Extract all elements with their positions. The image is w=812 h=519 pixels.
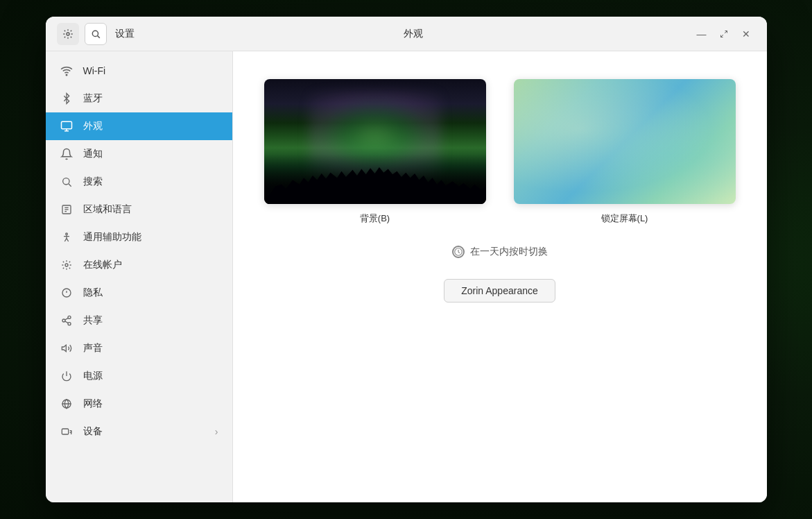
sidebar-item-accessibility-label: 通用辅助功能 [83, 231, 141, 244]
sidebar-item-search-label: 搜索 [83, 176, 103, 188]
svg-point-9 [62, 178, 69, 185]
share-icon [60, 314, 74, 327]
accessibility-icon [60, 230, 74, 244]
sidebar-item-notifications[interactable]: 通知 [46, 140, 232, 168]
sidebar-item-bluetooth-label: 蓝牙 [83, 92, 103, 105]
sidebar-item-network-label: 网络 [83, 398, 103, 410]
time-toggle-label: 在一天内按时切换 [470, 246, 548, 258]
time-toggle-row: 在一天内按时切换 [452, 246, 548, 258]
search-icon [60, 175, 74, 189]
sidebar-item-wifi[interactable]: Wi-Fi [46, 57, 232, 85]
sidebar-item-power-label: 电源 [83, 370, 103, 382]
titlebar-input-label: 设置 [115, 28, 135, 40]
sidebar-item-notifications-label: 通知 [83, 148, 103, 160]
settings-window: 设置 外观 — ✕ [46, 17, 767, 502]
svg-point-20 [68, 323, 71, 325]
sidebar-item-appearance[interactable]: 外观 [46, 112, 232, 140]
lockscreen-thumbnail[interactable] [514, 79, 736, 204]
svg-line-21 [64, 321, 68, 323]
titlebar-center: 外观 [135, 28, 692, 40]
sidebar-item-wifi-label: Wi-Fi [83, 65, 106, 76]
bell-icon [60, 147, 74, 161]
svg-line-22 [64, 318, 68, 320]
sidebar-item-search[interactable]: 搜索 [46, 168, 232, 196]
gear-button[interactable] [57, 23, 79, 45]
minimize-button[interactable]: — [692, 24, 711, 44]
svg-point-5 [66, 74, 67, 76]
sidebar-item-power[interactable]: 电源 [46, 362, 232, 390]
sidebar-item-region[interactable]: 区域和语言 [46, 196, 232, 223]
close-button[interactable]: ✕ [736, 24, 756, 44]
sidebar-item-bluetooth[interactable]: 蓝牙 [46, 85, 232, 112]
background-label: 背景(B) [360, 212, 390, 225]
privacy-icon [60, 286, 74, 300]
svg-point-15 [65, 233, 67, 235]
lockscreen-card: 锁定屏幕(L) [514, 79, 736, 225]
main-content: Wi-Fi 蓝牙 [46, 51, 767, 502]
svg-point-18 [68, 316, 71, 318]
sidebar-item-sound-label: 声音 [83, 342, 103, 355]
sidebar-item-share[interactable]: 共享 [46, 307, 232, 334]
titlebar: 设置 外观 — ✕ [46, 17, 767, 51]
power-icon [60, 369, 74, 383]
svg-point-16 [65, 264, 68, 266]
svg-line-10 [69, 184, 71, 187]
sidebar-item-sound[interactable]: 声音 [46, 334, 232, 362]
svg-marker-23 [62, 345, 66, 351]
devices-arrow-icon: › [215, 426, 218, 437]
background-card: 背景(B) [264, 79, 486, 225]
sidebar-item-devices[interactable]: 设备 › [46, 418, 232, 445]
gear-icon [60, 258, 74, 272]
sidebar-item-privacy[interactable]: 隐私 [46, 279, 232, 307]
search-button[interactable] [85, 23, 107, 45]
wifi-icon [60, 64, 74, 78]
network-icon [60, 397, 74, 411]
svg-line-2 [97, 35, 99, 37]
text-icon [60, 203, 74, 216]
sidebar-item-privacy-label: 隐私 [83, 287, 103, 299]
background-thumbnail[interactable] [264, 79, 486, 204]
svg-line-4 [720, 35, 723, 37]
svg-rect-27 [62, 429, 68, 434]
svg-point-1 [92, 31, 98, 36]
window-title: 外观 [404, 28, 423, 40]
sidebar: Wi-Fi 蓝牙 [46, 51, 233, 502]
zorin-appearance-button[interactable]: Zorin Appearance [444, 279, 555, 303]
devices-icon [60, 425, 74, 439]
lockscreen-label: 锁定屏幕(L) [601, 212, 648, 225]
monitor-icon [60, 119, 74, 133]
wallpaper-section: 背景(B) 锁定屏幕(L) [264, 79, 736, 225]
svg-rect-6 [61, 121, 71, 129]
svg-point-0 [67, 33, 69, 35]
maximize-button[interactable] [714, 24, 734, 44]
sidebar-item-devices-label: 设备 [83, 425, 103, 438]
bluetooth-icon [60, 92, 74, 105]
svg-line-3 [725, 31, 727, 33]
sound-icon [60, 341, 74, 355]
sidebar-item-accessibility[interactable]: 通用辅助功能 [46, 223, 232, 251]
sidebar-item-online-accounts-label: 在线帐户 [83, 259, 122, 271]
gradient-overlay [514, 79, 736, 204]
content-area: 背景(B) 锁定屏幕(L) 在一天内按时切 [233, 51, 767, 502]
sidebar-item-network[interactable]: 网络 [46, 390, 232, 418]
titlebar-left: 设置 [57, 23, 135, 45]
titlebar-right: — ✕ [692, 24, 756, 44]
sidebar-item-region-label: 区域和语言 [83, 203, 132, 216]
sidebar-item-online-accounts[interactable]: 在线帐户 [46, 251, 232, 279]
sidebar-item-appearance-label: 外观 [83, 120, 103, 133]
sidebar-item-share-label: 共享 [83, 314, 103, 327]
clock-icon [452, 246, 465, 258]
svg-point-19 [62, 319, 65, 322]
